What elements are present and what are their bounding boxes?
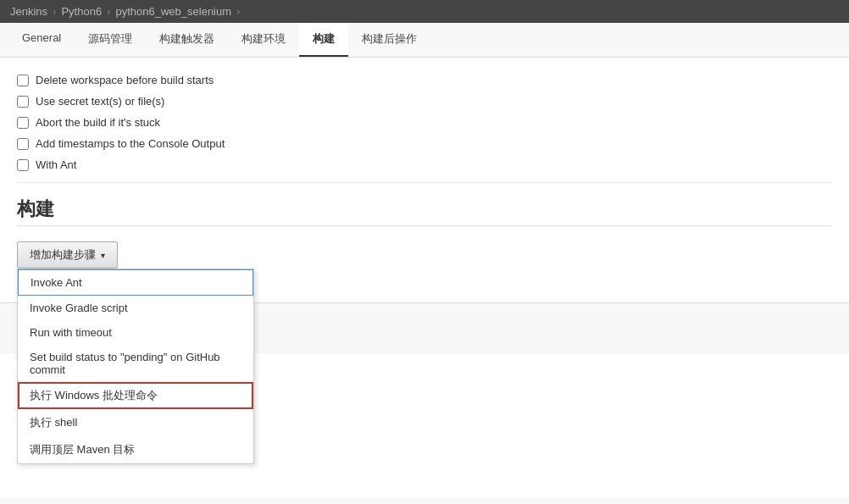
tab-build-env[interactable]: 构建环境 xyxy=(228,23,299,57)
checkbox-timestamps[interactable] xyxy=(17,138,29,150)
checkbox-row-delete: Delete workspace before build starts xyxy=(17,69,832,91)
add-step-dropdown-menu: Invoke Ant Invoke Gradle script Run with… xyxy=(17,269,254,464)
add-step-dropdown-container: 增加构建步骤 ▾ Invoke Ant Invoke Gradle script… xyxy=(17,241,118,269)
dropdown-item-invoke-ant[interactable]: Invoke Ant xyxy=(18,269,253,296)
tab-build[interactable]: 构建 xyxy=(299,23,348,57)
breadcrumb: Jenkins › Python6 › python6_web_selenium… xyxy=(0,0,849,23)
dropdown-item-run-timeout[interactable]: Run with timeout xyxy=(18,320,253,345)
checkbox-delete-workspace[interactable] xyxy=(17,75,29,86)
checkbox-secret-text[interactable] xyxy=(17,96,29,108)
dropdown-item-shell[interactable]: 执行 shell xyxy=(18,409,253,436)
checkbox-row-timestamps: Add timestamps to the Console Output xyxy=(17,133,832,154)
breadcrumb-sep-3: › xyxy=(236,5,240,18)
add-step-button[interactable]: 增加构建步骤 ▾ xyxy=(17,241,118,269)
dropdown-item-windows-batch[interactable]: 执行 Windows 批处理命令 xyxy=(18,382,253,409)
section-divider xyxy=(17,182,832,183)
tab-general[interactable]: General xyxy=(8,23,75,57)
build-section-heading: 构建 xyxy=(17,197,832,226)
checkbox-row-abort: Abort the build if it's stuck xyxy=(17,112,832,133)
dropdown-item-set-status[interactable]: Set build status to "pending" on GitHub … xyxy=(18,345,253,382)
tab-post-build[interactable]: 构建后操作 xyxy=(348,23,430,57)
dropdown-item-maven[interactable]: 调用顶层 Maven 目标 xyxy=(18,436,253,463)
breadcrumb-python6[interactable]: Python6 xyxy=(61,5,102,18)
label-secret-text: Use secret text(s) or file(s) xyxy=(36,95,164,108)
dropdown-item-invoke-gradle[interactable]: Invoke Gradle script xyxy=(18,296,253,320)
label-timestamps: Add timestamps to the Console Output xyxy=(36,137,225,150)
label-abort-build: Abort the build if it's stuck xyxy=(36,116,160,129)
breadcrumb-sep-1: › xyxy=(53,5,56,18)
breadcrumb-sep-2: › xyxy=(107,5,110,18)
footer: 生成页面: 2018- xyxy=(0,497,849,504)
tab-triggers[interactable]: 构建触发器 xyxy=(146,23,228,57)
label-with-ant: With Ant xyxy=(36,158,76,171)
label-delete-workspace: Delete workspace before build starts xyxy=(36,74,214,86)
main-content: General 源码管理 构建触发器 构建环境 构建 构建后操作 Delete … xyxy=(0,23,849,497)
breadcrumb-jenkins[interactable]: Jenkins xyxy=(10,5,47,18)
content-area: Delete workspace before build starts Use… xyxy=(0,58,849,285)
add-step-label: 增加构建步骤 xyxy=(30,247,96,263)
checkbox-section: Delete workspace before build starts Use… xyxy=(17,66,832,179)
breadcrumb-project[interactable]: python6_web_selenium xyxy=(115,5,231,18)
tab-bar: General 源码管理 构建触发器 构建环境 构建 构建后操作 xyxy=(0,23,849,58)
tab-source[interactable]: 源码管理 xyxy=(75,23,146,57)
checkbox-row-secret: Use secret text(s) or file(s) xyxy=(17,91,832,112)
checkbox-row-with-ant: With Ant xyxy=(17,154,832,175)
checkbox-with-ant[interactable] xyxy=(17,159,29,171)
checkbox-abort-build[interactable] xyxy=(17,117,29,129)
chevron-down-icon: ▾ xyxy=(101,251,105,260)
